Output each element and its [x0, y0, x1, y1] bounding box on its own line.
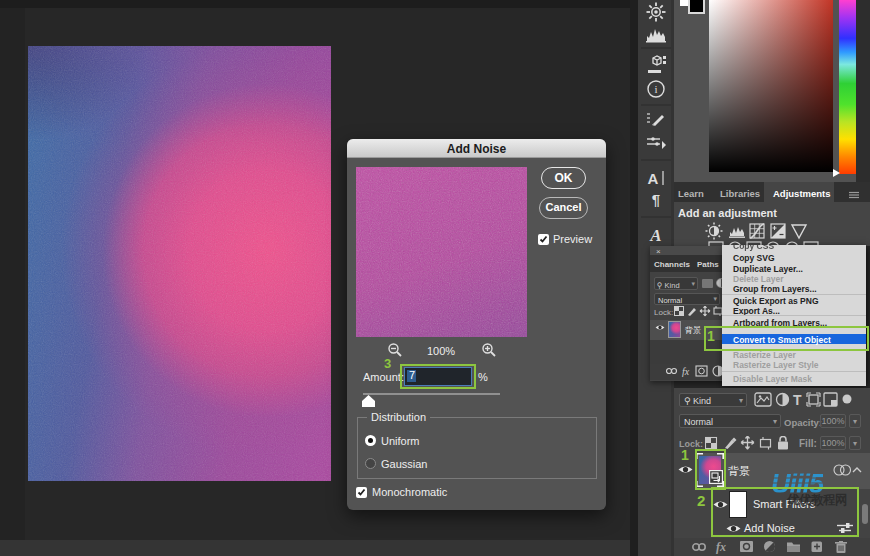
svg-text:i: i	[654, 83, 657, 95]
svg-text:¶: ¶	[652, 191, 660, 208]
svg-text:fx: fx	[716, 540, 726, 554]
svg-text:A: A	[648, 170, 659, 187]
svg-text:fx: fx	[682, 366, 690, 377]
svg-text:A: A	[649, 226, 661, 245]
svg-text:T: T	[793, 392, 802, 408]
